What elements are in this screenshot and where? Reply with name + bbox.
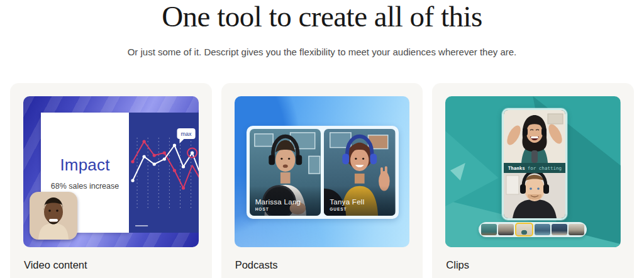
podcasts-illustration: Marissa Lang HOST: [235, 96, 410, 247]
timeline-thumbnail[interactable]: [569, 224, 584, 235]
presenter-photo: [30, 192, 77, 240]
clip-caption-bar: Thanks for chatting: [504, 163, 565, 173]
man-with-headphones-photo: [504, 173, 565, 218]
clip-speaker-bottom: [504, 173, 565, 218]
caption-highlighted-word: Thanks: [508, 165, 525, 171]
speaker-role: HOST: [255, 207, 301, 211]
timeline-thumbnail[interactable]: [498, 224, 514, 235]
feature-cards-row: Impact 68% sales increase: [10, 83, 634, 278]
vertical-clip-player: Thanks for chatting: [502, 108, 567, 220]
slide-title: Impact: [60, 155, 109, 175]
chart-panel: max: [129, 113, 199, 233]
page-title: One tool to create all of this: [0, 0, 644, 36]
clip-speaker-top: [504, 110, 565, 163]
timeline-thumbnail[interactable]: [535, 224, 550, 235]
card-podcasts[interactable]: Marissa Lang HOST: [221, 83, 423, 278]
presenter-webcam-avatar: [30, 192, 77, 240]
svg-text:max: max: [181, 131, 192, 137]
timeline-thumbnail[interactable]: [552, 224, 567, 235]
caption-rest-text: for chatting: [528, 165, 562, 171]
timeline-thumbnail[interactable]: [481, 224, 497, 235]
speaker-name: Marissa Lang: [255, 198, 301, 206]
slide-subtitle: 68% sales increase: [51, 182, 119, 191]
timeline-thumbnail-selected[interactable]: [515, 223, 533, 236]
landing-section: One tool to create all of this Or just s…: [0, 0, 644, 278]
speaker-role: GUEST: [330, 207, 364, 211]
guest-caption: Tanya Fell GUEST: [330, 198, 364, 211]
card-title-podcasts: Podcasts: [235, 259, 278, 271]
speaker-name: Tanya Fell: [330, 198, 364, 206]
card-title-clips: Clips: [446, 259, 469, 271]
podcast-tile-guest: Tanya Fell GUEST: [324, 129, 396, 216]
max-badge: max: [177, 128, 195, 143]
video-content-illustration: Impact 68% sales increase: [23, 96, 199, 247]
clip-timeline-filmstrip[interactable]: [479, 222, 587, 237]
line-chart-graphic: max: [129, 113, 199, 233]
laughing-woman-photo: [504, 110, 565, 163]
podcast-tile-host: Marissa Lang HOST: [250, 129, 321, 216]
card-clips[interactable]: Thanks for chatting: [432, 83, 634, 278]
card-video-content[interactable]: Impact 68% sales increase: [10, 83, 212, 278]
page-subtitle: Or just some of it. Descript gives you t…: [0, 47, 644, 57]
podcast-tiles-container: Marissa Lang HOST: [247, 126, 399, 219]
host-caption: Marissa Lang HOST: [255, 198, 301, 211]
clips-illustration: Thanks for chatting: [445, 96, 621, 247]
card-title-video-content: Video content: [24, 259, 87, 271]
